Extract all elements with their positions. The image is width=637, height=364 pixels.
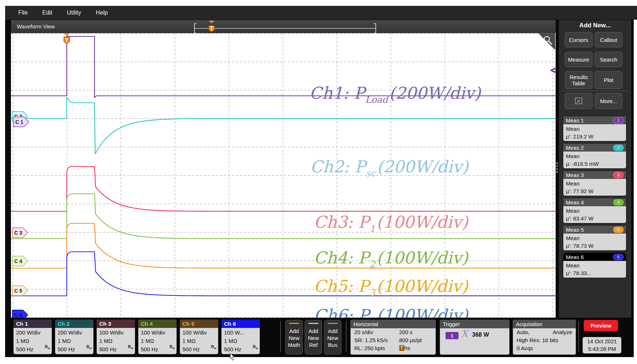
menu-help[interactable]: Help bbox=[96, 9, 108, 16]
trigger-marker-icon[interactable]: T bbox=[63, 33, 70, 44]
waveform-plot-canvas[interactable]: TC 2C 1C 3C 4C 5C 6 bbox=[11, 33, 556, 318]
plot-button[interactable]: Plot bbox=[595, 71, 622, 89]
meas-2-card[interactable]: Meas 22 Meanµ: -818.5 mW bbox=[563, 143, 626, 169]
trace-ch4-p2[interactable] bbox=[11, 194, 556, 239]
svg-text:C 4: C 4 bbox=[14, 258, 22, 264]
sidebar-divider bbox=[562, 91, 628, 91]
meas-4-body: Meanµ': 83.47 W bbox=[563, 206, 626, 223]
svg-text:C 6: C 6 bbox=[14, 312, 22, 318]
channel-1-settings: 200 W/div1 MΩ500 Hz Bw bbox=[13, 328, 52, 354]
channel-position-badge-c4[interactable]: C 4 bbox=[12, 256, 28, 266]
waveform-view-titlebar: Waveform View T bbox=[11, 20, 556, 34]
channel-1-badge[interactable]: Ch 1 200 W/div1 MΩ500 Hz Bw bbox=[13, 320, 52, 354]
channel-6-badge[interactable]: Ch 6 100 W...1 MΩ500 Hz Bw bbox=[221, 320, 260, 354]
trigger-panel[interactable]: Trigger 1 Χ 368 W bbox=[440, 320, 510, 355]
ref-accent-bar bbox=[308, 323, 318, 324]
bandwidth-limit-icon: Bw bbox=[211, 343, 216, 352]
meas-4-card[interactable]: Meas 44 Meanµ': 83.47 W bbox=[563, 198, 626, 223]
channel-3-settings: 100 W/div1 MΩ500 Hz Bw bbox=[97, 328, 135, 354]
trace-ch2-psc[interactable] bbox=[11, 97, 556, 154]
channel-position-badge-c5[interactable]: C 5 bbox=[12, 286, 28, 295]
bandwidth-limit-icon: Bw bbox=[170, 343, 175, 352]
waveform-plot[interactable]: TC 2C 1C 3C 4C 5C 6 Ch1: PLoad(200W/div)… bbox=[11, 33, 556, 318]
meas-6-body: Meanµ': 78.33... bbox=[563, 261, 626, 278]
menu-utility[interactable]: Utility bbox=[67, 9, 81, 16]
annotation-ch2: Ch2: Psc(200W/div) bbox=[310, 157, 468, 179]
acquisition-panel[interactable]: Acquisition Auto, Analyze High Res: 16 b… bbox=[513, 320, 576, 355]
plot-grid bbox=[11, 33, 556, 318]
preview-button[interactable]: Preview bbox=[584, 320, 618, 331]
horizontal-title: Horizontal bbox=[351, 320, 436, 328]
search-button[interactable]: Search bbox=[595, 52, 622, 67]
menu-bar: File Edit Utility Help bbox=[5, 6, 637, 20]
results-table-button[interactable]: Results Table bbox=[565, 71, 592, 89]
channel-position-badge-c6[interactable]: C 6 bbox=[12, 310, 28, 318]
meas-3-card[interactable]: Meas 33 Meanµ': 77.92 W bbox=[563, 171, 626, 196]
channel-5-label: Ch 5 bbox=[180, 320, 218, 328]
channel-3-badge[interactable]: Ch 3 100 W/div1 MΩ500 Hz Bw bbox=[97, 320, 135, 354]
pane-resize-handle[interactable] bbox=[556, 163, 558, 164]
cursors-button[interactable]: Cursors bbox=[565, 32, 592, 47]
channel-4-label: Ch 4 bbox=[138, 320, 177, 328]
trigger-level-value: 368 W bbox=[472, 332, 489, 338]
horizontal-panel[interactable]: Horizontal 20 s/div 200 s SR: 1.25 kS/s … bbox=[350, 320, 436, 355]
channel-2-settings: 200 W/div1 MΩ500 Hz Bw bbox=[55, 328, 93, 354]
add-new-title: Add New... bbox=[559, 22, 631, 29]
bottom-settings-bar: Ch 1 200 W/div1 MΩ500 Hz Bw Ch 2 200 W/d… bbox=[5, 318, 634, 357]
svg-text:T: T bbox=[65, 38, 68, 43]
zoom-area-icon: ⌕ bbox=[575, 98, 582, 104]
meas-5-card[interactable]: Meas 55 Meanµ': 78.73 W bbox=[563, 225, 626, 251]
bandwidth-limit-icon: Bw bbox=[253, 343, 258, 352]
horizontal-position-slider[interactable]: T bbox=[11, 20, 556, 33]
trigger-slope-icon: Χ bbox=[461, 328, 468, 339]
mouse-cursor-icon bbox=[230, 353, 236, 361]
channel-3-label: Ch 3 bbox=[97, 320, 135, 328]
channel-6-settings: 100 W...1 MΩ500 Hz Bw bbox=[221, 328, 260, 354]
zoom-area-button[interactable]: ⌕ bbox=[565, 93, 592, 109]
bus-accent-bar bbox=[328, 323, 338, 324]
trace-ch5-p3[interactable] bbox=[11, 223, 556, 268]
meas-3-source-badge: 3 bbox=[613, 172, 624, 178]
svg-text:C 1: C 1 bbox=[15, 119, 23, 125]
meas-1-header: Meas 11 bbox=[563, 116, 626, 124]
bar-divider bbox=[280, 321, 281, 352]
meas-1-body: Meanµ': 219.2 W bbox=[563, 124, 626, 141]
right-sidebar: Add New... Cursors Callout Measure Searc… bbox=[559, 20, 631, 318]
meas-5-header: Meas 55 bbox=[563, 226, 626, 234]
trigger-position-arrow-icon bbox=[209, 21, 215, 23]
svg-text:C 3: C 3 bbox=[14, 230, 22, 236]
meas-2-source-badge: 2 bbox=[613, 145, 624, 151]
menu-file[interactable]: File bbox=[18, 9, 28, 16]
bandwidth-limit-icon: Bw bbox=[45, 343, 50, 352]
annotation-ch3: Ch3: P1(100W/div) bbox=[314, 212, 468, 234]
trace-ch3-p1[interactable] bbox=[11, 167, 556, 211]
meas-1-card[interactable]: Meas 11 Meanµ': 219.2 W bbox=[563, 116, 626, 141]
channel-position-badge-c3[interactable]: C 3 bbox=[12, 228, 28, 238]
plot-zoom-corner-icon[interactable] bbox=[539, 34, 555, 50]
meas-6-source-badge: 6 bbox=[613, 254, 624, 260]
add-new-ref-button[interactable]: AddNewRef bbox=[305, 320, 322, 355]
channel-4-badge[interactable]: Ch 4 100 W/div1 MΩ500 Hz Bw bbox=[138, 320, 177, 354]
ch1-level-arrow-icon[interactable] bbox=[550, 67, 556, 73]
meas-2-header: Meas 22 bbox=[563, 144, 626, 152]
meas-1-source-badge: 1 bbox=[613, 117, 624, 124]
channel-2-badge[interactable]: Ch 2 200 W/div1 MΩ500 Hz Bw bbox=[55, 320, 93, 354]
bandwidth-limit-icon: Bw bbox=[128, 343, 133, 352]
add-new-bus-button[interactable]: AddNewBus bbox=[324, 320, 341, 355]
trigger-source-badge: 1 bbox=[445, 332, 459, 340]
menu-edit[interactable]: Edit bbox=[42, 9, 53, 16]
channel-6-label: Ch 6 bbox=[221, 320, 260, 328]
meas-2-body: Meanµ: -818.5 mW bbox=[563, 152, 626, 168]
meas-6-card[interactable]: Meas 66 Meanµ': 78.33... bbox=[563, 253, 626, 278]
measure-button[interactable]: Measure bbox=[565, 52, 592, 67]
channel-5-badge[interactable]: Ch 5 100 W/div1 MΩ500 Hz Bw bbox=[180, 320, 218, 354]
add-new-math-button[interactable]: AddNewMath bbox=[285, 320, 303, 355]
trigger-flag-label: T bbox=[210, 26, 213, 31]
math-accent-bar bbox=[289, 323, 299, 324]
datetime-display: 14 Oct 20215:43:28 PM bbox=[583, 337, 621, 353]
acquisition-settings: Auto, Analyze High Res: 16 bits 0 Acqs bbox=[513, 328, 576, 354]
callout-button[interactable]: Callout bbox=[595, 32, 622, 47]
meas-6-header: Meas 66 bbox=[563, 253, 626, 261]
trigger-settings: 1 Χ 368 W bbox=[440, 328, 509, 354]
more-button[interactable]: More... bbox=[595, 93, 622, 109]
